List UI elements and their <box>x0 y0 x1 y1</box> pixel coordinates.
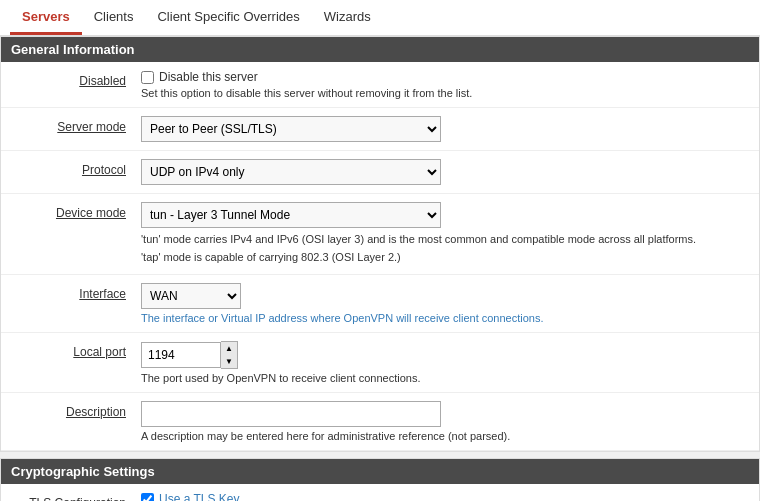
cryptographic-settings-section: Cryptographic Settings TLS Configuration… <box>0 458 760 501</box>
description-help: A description may be entered here for ad… <box>141 430 749 442</box>
general-information-section: General Information Disabled Disable thi… <box>0 36 760 452</box>
disabled-row: Disabled Disable this server Set this op… <box>1 62 759 108</box>
interface-help: The interface or Virtual IP address wher… <box>141 312 749 324</box>
local-port-content: ▲ ▼ The port used by OpenVPN to receive … <box>141 341 749 384</box>
device-mode-content: tun - Layer 3 Tunnel Mode tap - Layer 2 … <box>141 202 749 266</box>
top-navigation: Servers Clients Client Specific Override… <box>0 0 760 36</box>
local-port-help: The port used by OpenVPN to receive clie… <box>141 372 749 384</box>
tab-clients[interactable]: Clients <box>82 1 146 35</box>
port-increment-button[interactable]: ▲ <box>221 342 237 355</box>
interface-content: WAN LAN Localhost The interface or Virtu… <box>141 283 749 324</box>
description-row: Description A description may be entered… <box>1 393 759 451</box>
general-information-header: General Information <box>1 37 759 62</box>
disabled-label: Disabled <box>11 70 141 88</box>
protocol-row: Protocol UDP on IPv4 only UDP on IPv6 on… <box>1 151 759 194</box>
tab-wizards[interactable]: Wizards <box>312 1 383 35</box>
device-mode-row: Device mode tun - Layer 3 Tunnel Mode ta… <box>1 194 759 275</box>
disabled-help: Set this option to disable this server w… <box>141 87 749 99</box>
device-mode-label: Device mode <box>11 202 141 220</box>
protocol-content: UDP on IPv4 only UDP on IPv6 only TCP on… <box>141 159 749 185</box>
disabled-checkbox[interactable] <box>141 71 154 84</box>
local-port-label: Local port <box>11 341 141 359</box>
interface-select[interactable]: WAN LAN Localhost <box>141 283 241 309</box>
port-wrapper: ▲ ▼ <box>141 341 749 369</box>
local-port-row: Local port ▲ ▼ The port used by OpenVPN … <box>1 333 759 393</box>
tls-config-label: TLS Configuration <box>11 492 141 501</box>
server-mode-row: Server mode Peer to Peer (SSL/TLS) Remot… <box>1 108 759 151</box>
description-label: Description <box>11 401 141 419</box>
tls-config-row: TLS Configuration Use a TLS Key A TLS ke… <box>1 484 759 501</box>
server-mode-select[interactable]: Peer to Peer (SSL/TLS) Remote Access (SS… <box>141 116 441 142</box>
tab-servers[interactable]: Servers <box>10 1 82 35</box>
use-tls-row: Use a TLS Key <box>141 492 749 501</box>
description-input[interactable] <box>141 401 441 427</box>
protocol-label: Protocol <box>11 159 141 177</box>
device-mode-select[interactable]: tun - Layer 3 Tunnel Mode tap - Layer 2 … <box>141 202 441 228</box>
tab-client-specific-overrides[interactable]: Client Specific Overrides <box>145 1 311 35</box>
server-mode-content: Peer to Peer (SSL/TLS) Remote Access (SS… <box>141 116 749 142</box>
device-mode-help: 'tun' mode carries IPv4 and IPv6 (OSI la… <box>141 231 749 266</box>
local-port-input[interactable] <box>141 342 221 368</box>
interface-label: Interface <box>11 283 141 301</box>
server-mode-label: Server mode <box>11 116 141 134</box>
interface-row: Interface WAN LAN Localhost The interfac… <box>1 275 759 333</box>
use-tls-label[interactable]: Use a TLS Key <box>159 492 239 501</box>
description-content: A description may be entered here for ad… <box>141 401 749 442</box>
port-decrement-button[interactable]: ▼ <box>221 355 237 368</box>
disabled-checkbox-row: Disable this server <box>141 70 749 84</box>
use-tls-checkbox[interactable] <box>141 493 154 501</box>
tls-config-content: Use a TLS Key A TLS key enhances securit… <box>141 492 749 501</box>
disabled-content: Disable this server Set this option to d… <box>141 70 749 99</box>
cryptographic-header: Cryptographic Settings <box>1 459 759 484</box>
port-arrows: ▲ ▼ <box>221 341 238 369</box>
disabled-checkbox-label: Disable this server <box>159 70 258 84</box>
protocol-select[interactable]: UDP on IPv4 only UDP on IPv6 only TCP on… <box>141 159 441 185</box>
